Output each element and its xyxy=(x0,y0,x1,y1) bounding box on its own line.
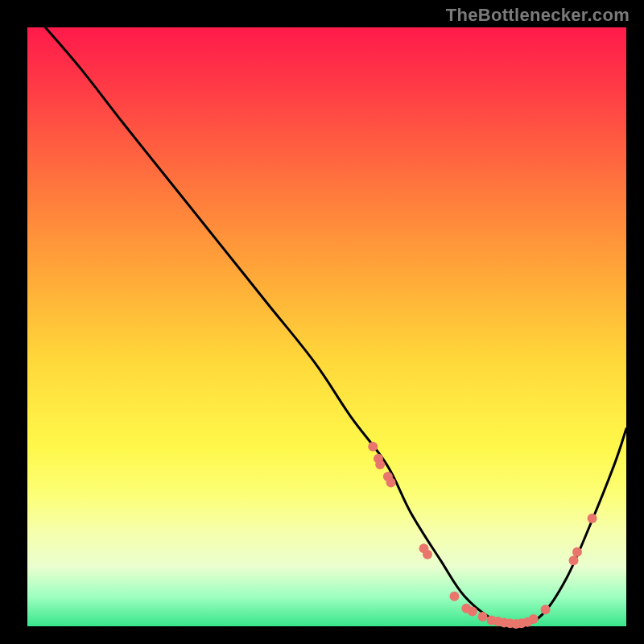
data-marker xyxy=(529,614,539,624)
data-marker xyxy=(468,606,477,616)
attribution-text: TheBottlenecker.com xyxy=(446,5,630,26)
data-marker xyxy=(449,592,459,601)
data-marker xyxy=(572,547,582,557)
data-markers xyxy=(368,442,597,629)
plot-area xyxy=(27,27,626,626)
data-marker xyxy=(386,477,396,487)
data-marker xyxy=(569,555,579,565)
data-marker xyxy=(368,442,378,452)
data-marker xyxy=(541,605,551,614)
data-marker xyxy=(375,460,385,469)
data-marker xyxy=(588,514,597,523)
chart-svg xyxy=(27,27,626,626)
data-marker xyxy=(477,612,487,621)
bottleneck-curve xyxy=(45,27,626,626)
chart-container: TheBottlenecker.com xyxy=(0,0,644,644)
data-marker xyxy=(423,550,432,559)
